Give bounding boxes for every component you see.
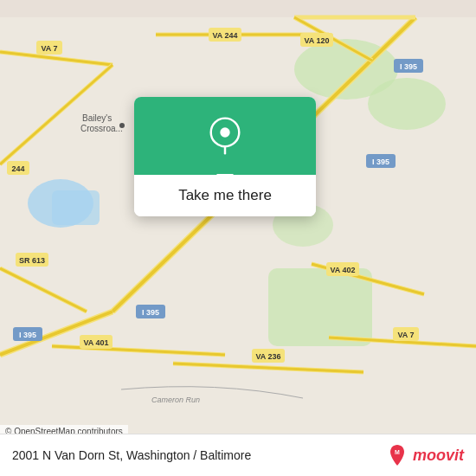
address-text: 2001 N Van Dorn St, Washington / Baltimo… <box>12 448 251 462</box>
svg-text:VA 7: VA 7 <box>397 331 414 339</box>
svg-text:Crossroa...: Crossroa... <box>80 124 123 133</box>
svg-text:I 395: I 395 <box>142 308 159 317</box>
svg-text:I 395: I 395 <box>400 62 417 71</box>
map-background: Cameron Run VA 7 VA 120 I 395 VA 244 244… <box>0 0 476 476</box>
svg-text:Bailey's: Bailey's <box>82 113 112 123</box>
svg-text:VA 120: VA 120 <box>304 36 329 45</box>
svg-text:VA 402: VA 402 <box>330 266 355 274</box>
svg-point-61 <box>220 127 229 137</box>
moovit-wordmark: moovit <box>413 447 464 465</box>
svg-point-6 <box>28 179 93 228</box>
svg-text:SR 613: SR 613 <box>19 256 45 265</box>
svg-text:I 395: I 395 <box>19 331 36 339</box>
svg-text:VA 244: VA 244 <box>212 31 237 40</box>
map-container: Cameron Run VA 7 VA 120 I 395 VA 244 244… <box>0 0 476 476</box>
bottom-bar: 2001 N Van Dorn St, Washington / Baltimo… <box>0 434 476 476</box>
svg-text:Cameron Run: Cameron Run <box>151 396 200 404</box>
popup-header <box>134 97 316 175</box>
svg-point-59 <box>119 123 125 128</box>
svg-text:M: M <box>395 449 400 455</box>
svg-text:VA 236: VA 236 <box>255 352 280 361</box>
popup-arrow <box>216 173 234 183</box>
svg-text:244: 244 <box>11 164 24 173</box>
svg-point-2 <box>368 78 446 130</box>
popup-card: Take me there <box>134 97 316 216</box>
svg-rect-3 <box>268 268 372 346</box>
moovit-logo: M moovit <box>385 443 464 467</box>
svg-text:VA 7: VA 7 <box>41 44 57 53</box>
svg-text:I 395: I 395 <box>372 158 389 166</box>
location-pin-icon <box>206 117 244 155</box>
svg-text:VA 401: VA 401 <box>83 338 108 347</box>
moovit-icon: M <box>385 443 409 467</box>
